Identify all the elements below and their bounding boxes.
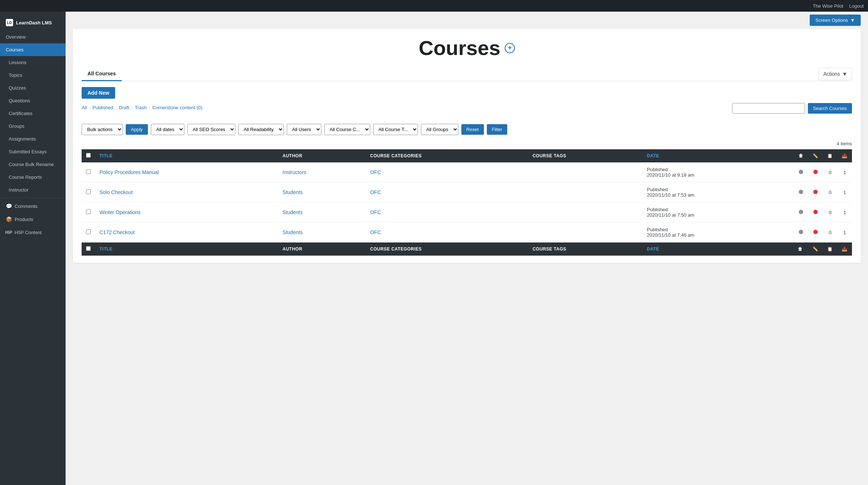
row-checkbox-cell — [82, 162, 95, 182]
table-row: Winter Operations Students OFC Published… — [82, 202, 852, 222]
category-link[interactable]: OFC — [370, 209, 381, 215]
row-dot1-cell — [794, 162, 808, 182]
filter-button[interactable]: Filter — [487, 124, 508, 135]
trash-icon: 🗑 — [798, 247, 803, 252]
all-dates-select[interactable]: All dates — [151, 124, 184, 135]
sidebar-item-label: Quizzes — [9, 85, 26, 91]
footer-course-categories[interactable]: COURSE CATEGORIES — [366, 242, 528, 256]
course-title-link[interactable]: Policy Procedures Manual — [99, 169, 159, 175]
select-all-footer-checkbox[interactable] — [86, 246, 91, 251]
logout-link[interactable]: Logout — [849, 3, 864, 9]
all-readability-select[interactable]: All Readability — [238, 124, 284, 135]
header-author[interactable]: AUTHOR — [278, 149, 365, 162]
header-icon-share: 📤 — [837, 149, 852, 162]
footer-course-tags[interactable]: COURSE TAGS — [528, 242, 642, 256]
sidebar-item-topics[interactable]: Topics — [0, 69, 66, 82]
sidebar-item-h5p[interactable]: H5P H5P Content — [0, 226, 66, 239]
footer-date[interactable]: DATE — [642, 242, 794, 256]
header-course-tags[interactable]: COURSE TAGS — [528, 149, 642, 162]
author-link[interactable]: Students — [282, 229, 302, 235]
sidebar-item-courses[interactable]: Courses — [0, 43, 66, 56]
trash-icon: 🗑 — [799, 153, 804, 158]
footer-author[interactable]: AUTHOR — [278, 242, 365, 256]
row-count1-cell: 0 — [823, 182, 837, 202]
course-title-link[interactable]: C172 Checkout — [99, 229, 135, 235]
sidebar-item-assignments[interactable]: Assignments — [0, 133, 66, 145]
row-dot1-cell — [794, 202, 808, 222]
sidebar-item-submitted-essays[interactable]: Submitted Essays — [0, 145, 66, 158]
sidebar-item-lessons[interactable]: Lessons — [0, 56, 66, 69]
course-title-link[interactable]: Solo Checkout — [99, 189, 133, 195]
author-link[interactable]: Instructors — [282, 169, 306, 175]
table-row: C172 Checkout Students OFC Published 202… — [82, 222, 852, 242]
add-new-button[interactable]: Add New — [82, 87, 115, 99]
bulk-actions-select[interactable]: Bulk actions — [82, 124, 123, 135]
row-checkbox[interactable] — [86, 189, 91, 194]
row-count2-cell: 1 — [837, 162, 852, 182]
filter-links: All | Published | Draft | Trash | Corner… — [82, 105, 202, 110]
footer-icon-edit: ✏️ — [808, 242, 823, 256]
header-date[interactable]: DATE — [642, 149, 794, 162]
row-categories-cell: OFC — [366, 182, 528, 202]
sidebar-item-products[interactable]: 📦 Products — [0, 213, 66, 226]
row-date-cell: Published 2020/11/10 at 7:50 am — [642, 202, 794, 222]
all-seo-scores-select[interactable]: All SEO Scores — [187, 124, 235, 135]
sidebar-item-groups[interactable]: Groups — [0, 120, 66, 133]
table-foot: TITLE AUTHOR COURSE CATEGORIES COURSE TA… — [82, 242, 852, 256]
author-link[interactable]: Students — [282, 209, 302, 215]
all-course-categories-select[interactable]: All Course C... — [324, 124, 370, 135]
header-title[interactable]: TITLE — [95, 149, 278, 162]
table-head: TITLE AUTHOR COURSE CATEGORIES COURSE TA… — [82, 149, 852, 162]
category-link[interactable]: OFC — [370, 189, 381, 195]
sidebar-item-certificates[interactable]: Certificates — [0, 107, 66, 120]
sidebar-item-label: Overview — [6, 34, 26, 40]
sidebar-item-overview[interactable]: Overview — [0, 31, 66, 43]
main-content: Screen Options ▼ Courses + All Courses — [66, 12, 868, 485]
sidebar-item-quizzes[interactable]: Quizzes — [0, 82, 66, 94]
logo-icon: LD — [6, 19, 13, 26]
all-users-select[interactable]: All Users — [287, 124, 321, 135]
sidebar-item-course-bulk-rename[interactable]: Course Bulk Rename — [0, 158, 66, 171]
row-dot2-cell — [808, 222, 823, 242]
select-all-checkbox[interactable] — [86, 153, 91, 158]
header-checkbox-cell — [82, 149, 95, 162]
row-checkbox[interactable] — [86, 209, 91, 214]
category-link[interactable]: OFC — [370, 169, 381, 175]
filter-link-cornerstone[interactable]: Cornerstone content (0) — [152, 105, 202, 110]
sidebar-item-label: Products — [15, 217, 33, 222]
tab-all-courses[interactable]: All Courses — [82, 67, 122, 81]
apply-button[interactable]: Apply — [126, 124, 148, 135]
row-checkbox[interactable] — [86, 229, 91, 234]
tab-label: All Courses — [87, 71, 116, 76]
actions-dropdown[interactable]: Actions ▼ — [818, 68, 852, 80]
date-status: Published — [647, 167, 668, 172]
all-groups-select[interactable]: All Groups — [421, 124, 458, 135]
row-checkbox[interactable] — [86, 169, 91, 174]
logo-label: LearnDash LMS — [16, 20, 52, 25]
sidebar-item-label: H5P Content — [15, 230, 42, 235]
add-new-icon-circle[interactable]: + — [505, 43, 515, 53]
sidebar-item-questions[interactable]: Questions — [0, 94, 66, 107]
sidebar-item-comments[interactable]: 💬 Comments — [0, 200, 66, 213]
search-input[interactable] — [732, 103, 805, 114]
category-link[interactable]: OFC — [370, 229, 381, 235]
course-title-link[interactable]: Winter Operations — [99, 209, 141, 215]
reset-button[interactable]: Reset — [461, 124, 484, 135]
row-tags-cell — [528, 182, 642, 202]
filter-link-all[interactable]: All — [82, 105, 87, 110]
header-course-categories[interactable]: COURSE CATEGORIES — [366, 149, 528, 162]
filter-link-trash[interactable]: Trash — [135, 105, 147, 110]
table-body: Policy Procedures Manual Instructors OFC… — [82, 162, 852, 242]
search-courses-button[interactable]: Search Courses — [808, 103, 852, 114]
footer-icon-copy: 📋 — [823, 242, 837, 256]
footer-title[interactable]: TITLE — [95, 242, 278, 256]
author-link[interactable]: Students — [282, 189, 302, 195]
filter-link-published[interactable]: Published — [93, 105, 113, 110]
sidebar-item-course-reports[interactable]: Course Reports — [0, 171, 66, 184]
sidebar-item-instructor[interactable]: Instructor — [0, 184, 66, 196]
filter-link-draft[interactable]: Draft — [119, 105, 129, 110]
all-course-tags-select[interactable]: All Course T... — [373, 124, 418, 135]
screen-options-button[interactable]: Screen Options ▼ — [810, 15, 861, 26]
row-tags-cell — [528, 202, 642, 222]
footer-icon-share: 📤 — [837, 242, 852, 256]
